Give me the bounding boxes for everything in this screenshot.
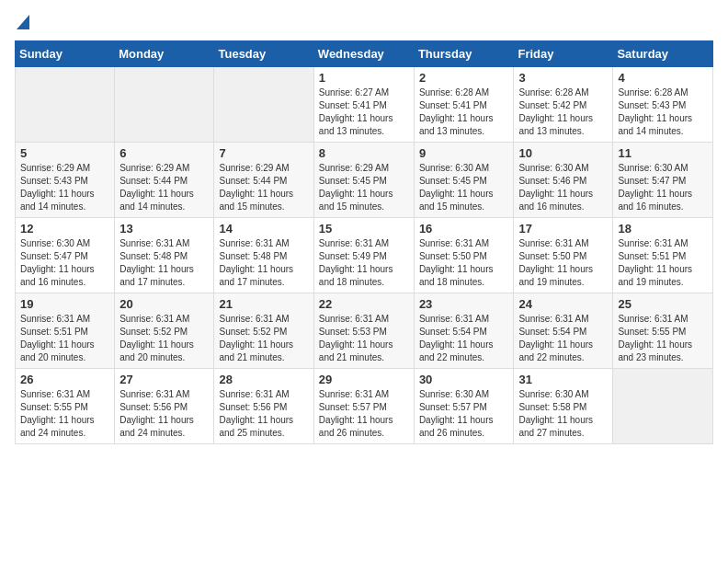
day-info: Sunrise: 6:27 AMSunset: 5:41 PMDaylight:… xyxy=(319,86,409,138)
weekday-header-friday: Friday xyxy=(514,41,613,67)
day-info: Sunrise: 6:28 AMSunset: 5:42 PMDaylight:… xyxy=(518,86,608,138)
calendar-empty-cell xyxy=(115,67,214,143)
page-header xyxy=(15,15,713,29)
day-info: Sunrise: 6:31 AMSunset: 5:51 PMDaylight:… xyxy=(618,237,708,289)
logo-icon xyxy=(17,15,29,29)
day-number: 27 xyxy=(119,373,209,386)
calendar-week-row: 12Sunrise: 6:30 AMSunset: 5:47 PMDayligh… xyxy=(16,218,713,293)
day-number: 15 xyxy=(319,222,409,236)
weekday-header-monday: Monday xyxy=(115,41,214,67)
day-number: 19 xyxy=(20,297,109,311)
calendar-body: 1Sunrise: 6:27 AMSunset: 5:41 PMDaylight… xyxy=(16,67,713,444)
day-info: Sunrise: 6:31 AMSunset: 5:51 PMDaylight:… xyxy=(20,313,109,364)
day-number: 28 xyxy=(219,373,308,386)
day-number: 2 xyxy=(419,71,509,85)
logo xyxy=(15,15,29,29)
calendar-day-18: 18Sunrise: 6:31 AMSunset: 5:51 PMDayligh… xyxy=(613,218,713,293)
calendar-day-23: 23Sunrise: 6:31 AMSunset: 5:54 PMDayligh… xyxy=(414,293,514,369)
day-info: Sunrise: 6:30 AMSunset: 5:47 PMDaylight:… xyxy=(20,237,109,289)
calendar-day-1: 1Sunrise: 6:27 AMSunset: 5:41 PMDaylight… xyxy=(313,67,414,143)
calendar-day-12: 12Sunrise: 6:30 AMSunset: 5:47 PMDayligh… xyxy=(16,218,115,293)
day-number: 10 xyxy=(518,146,608,160)
calendar-day-29: 29Sunrise: 6:31 AMSunset: 5:57 PMDayligh… xyxy=(313,369,414,444)
svg-marker-0 xyxy=(17,15,29,29)
day-info: Sunrise: 6:31 AMSunset: 5:57 PMDaylight:… xyxy=(319,388,409,440)
calendar-day-15: 15Sunrise: 6:31 AMSunset: 5:49 PMDayligh… xyxy=(313,218,414,293)
day-number: 11 xyxy=(618,146,708,160)
day-info: Sunrise: 6:31 AMSunset: 5:50 PMDaylight:… xyxy=(419,237,509,289)
calendar-day-8: 8Sunrise: 6:29 AMSunset: 5:45 PMDaylight… xyxy=(313,143,414,218)
calendar-day-2: 2Sunrise: 6:28 AMSunset: 5:41 PMDaylight… xyxy=(414,67,514,143)
weekday-header-sunday: Sunday xyxy=(16,41,115,67)
day-info: Sunrise: 6:29 AMSunset: 5:45 PMDaylight:… xyxy=(319,162,409,213)
day-number: 25 xyxy=(618,297,708,311)
calendar-week-row: 19Sunrise: 6:31 AMSunset: 5:51 PMDayligh… xyxy=(16,293,713,369)
calendar-day-4: 4Sunrise: 6:28 AMSunset: 5:43 PMDaylight… xyxy=(613,67,713,143)
weekday-header-saturday: Saturday xyxy=(613,41,713,67)
calendar-day-22: 22Sunrise: 6:31 AMSunset: 5:53 PMDayligh… xyxy=(313,293,414,369)
day-number: 5 xyxy=(20,146,109,160)
day-info: Sunrise: 6:31 AMSunset: 5:52 PMDaylight:… xyxy=(219,313,308,364)
day-info: Sunrise: 6:31 AMSunset: 5:55 PMDaylight:… xyxy=(618,313,708,364)
calendar-week-row: 26Sunrise: 6:31 AMSunset: 5:55 PMDayligh… xyxy=(16,369,713,444)
calendar-table: SundayMondayTuesdayWednesdayThursdayFrid… xyxy=(15,40,713,444)
calendar-empty-cell xyxy=(613,369,713,444)
day-number: 29 xyxy=(319,373,409,386)
day-info: Sunrise: 6:31 AMSunset: 5:50 PMDaylight:… xyxy=(518,237,608,289)
day-number: 21 xyxy=(219,297,308,311)
calendar-day-20: 20Sunrise: 6:31 AMSunset: 5:52 PMDayligh… xyxy=(115,293,214,369)
day-info: Sunrise: 6:30 AMSunset: 5:57 PMDaylight:… xyxy=(419,388,509,440)
day-number: 13 xyxy=(119,222,209,236)
day-info: Sunrise: 6:28 AMSunset: 5:41 PMDaylight:… xyxy=(419,86,509,138)
day-info: Sunrise: 6:28 AMSunset: 5:43 PMDaylight:… xyxy=(618,86,708,138)
day-info: Sunrise: 6:31 AMSunset: 5:53 PMDaylight:… xyxy=(319,313,409,364)
calendar-day-30: 30Sunrise: 6:30 AMSunset: 5:57 PMDayligh… xyxy=(414,369,514,444)
day-number: 24 xyxy=(518,297,608,311)
calendar-day-16: 16Sunrise: 6:31 AMSunset: 5:50 PMDayligh… xyxy=(414,218,514,293)
day-number: 14 xyxy=(219,222,308,236)
calendar-day-11: 11Sunrise: 6:30 AMSunset: 5:47 PMDayligh… xyxy=(613,143,713,218)
calendar-day-25: 25Sunrise: 6:31 AMSunset: 5:55 PMDayligh… xyxy=(613,293,713,369)
day-info: Sunrise: 6:31 AMSunset: 5:48 PMDaylight:… xyxy=(119,237,209,289)
day-info: Sunrise: 6:31 AMSunset: 5:56 PMDaylight:… xyxy=(219,388,308,440)
calendar-day-9: 9Sunrise: 6:30 AMSunset: 5:45 PMDaylight… xyxy=(414,143,514,218)
day-number: 12 xyxy=(20,222,109,236)
day-info: Sunrise: 6:31 AMSunset: 5:52 PMDaylight:… xyxy=(119,313,209,364)
day-number: 23 xyxy=(419,297,509,311)
calendar-day-13: 13Sunrise: 6:31 AMSunset: 5:48 PMDayligh… xyxy=(115,218,214,293)
calendar-header: SundayMondayTuesdayWednesdayThursdayFrid… xyxy=(16,41,713,67)
day-info: Sunrise: 6:29 AMSunset: 5:44 PMDaylight:… xyxy=(119,162,209,213)
weekday-row: SundayMondayTuesdayWednesdayThursdayFrid… xyxy=(16,41,713,67)
calendar-day-28: 28Sunrise: 6:31 AMSunset: 5:56 PMDayligh… xyxy=(214,369,313,444)
day-number: 4 xyxy=(618,71,708,85)
day-info: Sunrise: 6:30 AMSunset: 5:47 PMDaylight:… xyxy=(618,162,708,213)
day-info: Sunrise: 6:31 AMSunset: 5:54 PMDaylight:… xyxy=(518,313,608,364)
day-number: 6 xyxy=(119,146,209,160)
day-number: 16 xyxy=(419,222,509,236)
day-number: 7 xyxy=(219,146,308,160)
day-info: Sunrise: 6:31 AMSunset: 5:54 PMDaylight:… xyxy=(419,313,509,364)
calendar-day-31: 31Sunrise: 6:30 AMSunset: 5:58 PMDayligh… xyxy=(514,369,613,444)
day-info: Sunrise: 6:31 AMSunset: 5:55 PMDaylight:… xyxy=(20,388,109,440)
day-number: 18 xyxy=(618,222,708,236)
calendar-day-19: 19Sunrise: 6:31 AMSunset: 5:51 PMDayligh… xyxy=(16,293,115,369)
day-info: Sunrise: 6:30 AMSunset: 5:45 PMDaylight:… xyxy=(419,162,509,213)
day-number: 22 xyxy=(319,297,409,311)
day-info: Sunrise: 6:31 AMSunset: 5:48 PMDaylight:… xyxy=(219,237,308,289)
day-number: 20 xyxy=(119,297,209,311)
day-info: Sunrise: 6:31 AMSunset: 5:49 PMDaylight:… xyxy=(319,237,409,289)
weekday-header-wednesday: Wednesday xyxy=(313,41,414,67)
day-number: 1 xyxy=(319,71,409,85)
calendar-day-5: 5Sunrise: 6:29 AMSunset: 5:43 PMDaylight… xyxy=(16,143,115,218)
calendar-week-row: 5Sunrise: 6:29 AMSunset: 5:43 PMDaylight… xyxy=(16,143,713,218)
calendar-day-24: 24Sunrise: 6:31 AMSunset: 5:54 PMDayligh… xyxy=(514,293,613,369)
weekday-header-thursday: Thursday xyxy=(414,41,514,67)
day-number: 30 xyxy=(419,373,509,386)
calendar-day-6: 6Sunrise: 6:29 AMSunset: 5:44 PMDaylight… xyxy=(115,143,214,218)
day-number: 31 xyxy=(518,373,608,386)
day-number: 3 xyxy=(518,71,608,85)
day-number: 8 xyxy=(319,146,409,160)
calendar-day-3: 3Sunrise: 6:28 AMSunset: 5:42 PMDaylight… xyxy=(514,67,613,143)
calendar-day-10: 10Sunrise: 6:30 AMSunset: 5:46 PMDayligh… xyxy=(514,143,613,218)
day-info: Sunrise: 6:30 AMSunset: 5:46 PMDaylight:… xyxy=(518,162,608,213)
